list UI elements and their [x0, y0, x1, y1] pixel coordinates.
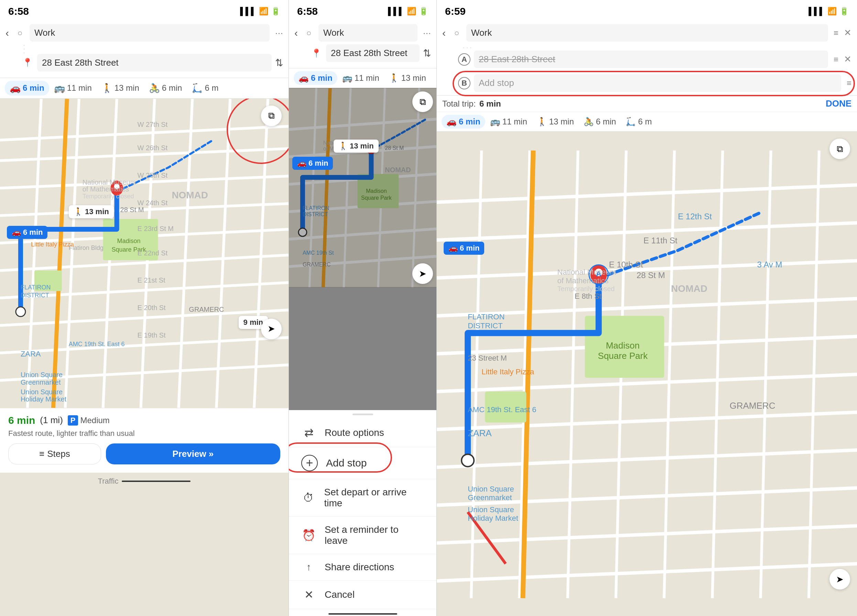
wifi-icon-mid: 📶 — [407, 7, 416, 16]
stop-b-label: B — [458, 77, 470, 90]
walk-icon-right: 🚶 — [537, 117, 547, 127]
destination-input-left[interactable]: 28 East 28th Street — [37, 54, 272, 71]
tab-walk-left[interactable]: 🚶 13 min — [97, 81, 144, 96]
swap-button-middle[interactable]: ⇅ — [423, 48, 431, 59]
swap-button-left[interactable]: ⇅ — [275, 57, 283, 68]
car-icon-badge-middle: 🚗 — [297, 159, 306, 168]
back-button-right[interactable]: ‹ — [442, 27, 446, 39]
svg-text:E 11th St: E 11th St — [644, 236, 678, 245]
map-svg-right: Madison Square Park A 28 St M NOMAD Nati… — [437, 132, 857, 616]
walk-icon-left: 🚶 — [101, 83, 113, 94]
tab-walk-middle[interactable]: 🚶 13 min — [384, 71, 431, 85]
walk-badge-middle: 🚶 13 min — [334, 140, 379, 153]
scooter-icon-right: 🛴 — [625, 117, 636, 127]
layers-button-middle[interactable]: ⧉ — [412, 91, 433, 112]
svg-text:E 21st St: E 21st St — [138, 276, 166, 284]
back-button-middle[interactable]: ‹ — [294, 27, 298, 39]
walk-icon-badge-left: 🚶 — [74, 207, 83, 216]
svg-text:Little Italy Pizza: Little Italy Pizza — [31, 241, 74, 248]
svg-text:Union Square: Union Square — [21, 388, 63, 395]
walk-time-badge-left: 🚶 13 min — [69, 205, 114, 218]
signal-icon: ▌▌▌ — [240, 7, 256, 16]
hamburger-icon-origin[interactable]: ≡ — [834, 28, 838, 38]
layers-button-right[interactable]: ⧉ — [829, 139, 850, 159]
map-left: Madison Square Park W 27th St W 26th St … — [0, 99, 289, 408]
route-distance-left: (1 mi) — [40, 415, 63, 426]
origin-input-middle[interactable]: Work — [319, 24, 418, 42]
status-bar-left: 6:58 ▌▌▌ 📶 🔋 — [0, 0, 289, 21]
transport-tabs-middle: 🚗 6 min 🚌 11 min 🚶 13 min 🚴 6 min 🛴 6 m — [289, 68, 436, 88]
drive-badge-right: 🚗 6 min — [444, 242, 484, 255]
svg-text:DISTRICT: DISTRICT — [21, 292, 49, 299]
svg-text:Madison: Madison — [117, 238, 141, 244]
svg-text:of Mathematics: of Mathematics — [557, 276, 609, 285]
svg-text:Greenmarket: Greenmarket — [21, 378, 61, 386]
clock-icon: ⏱ — [301, 492, 316, 504]
map-svg-left: Madison Square Park W 27th St W 26th St … — [0, 99, 289, 408]
svg-text:GRAMERC: GRAMERC — [729, 400, 775, 411]
route-time-left: 6 min — [8, 415, 35, 426]
alarm-icon: ⏰ — [301, 529, 316, 542]
walk-icon-middle: 🚶 — [389, 73, 399, 83]
hamburger-icon-b[interactable]: ≡ — [847, 79, 851, 88]
locate-button-right[interactable]: ➤ — [829, 569, 850, 590]
svg-text:ZARA: ZARA — [21, 349, 41, 358]
destination-icon-middle: 📍 — [310, 48, 323, 58]
reminder-item[interactable]: ⏰ Set a reminder to leave — [289, 517, 436, 554]
tab-transit-left[interactable]: 🚌 11 min — [49, 81, 97, 96]
back-button-left[interactable]: ‹ — [6, 27, 9, 39]
tab-scooter-right[interactable]: 🛴 6 m — [621, 115, 656, 128]
svg-text:Square Park: Square Park — [598, 350, 648, 361]
svg-text:E 20th St: E 20th St — [138, 304, 166, 312]
svg-text:Flatiron Bldg: Flatiron Bldg — [69, 244, 104, 251]
origin-input-left[interactable]: Work — [29, 24, 270, 42]
locate-button-middle[interactable]: ➤ — [412, 263, 433, 284]
bike-icon-left: 🚴 — [149, 83, 160, 94]
tab-bike-right[interactable]: 🚴 6 min — [579, 115, 621, 128]
svg-text:FLATIRON: FLATIRON — [468, 312, 504, 321]
destination-input-middle[interactable]: 28 East 28th Street — [326, 44, 419, 62]
route-info-left: 6 min (1 mi) P Medium — [8, 415, 280, 426]
vert-dots2-right: · · · — [463, 68, 851, 74]
svg-text:E 19th St: E 19th St — [138, 331, 166, 339]
svg-text:AMC 19th St. East 6: AMC 19th St. East 6 — [468, 405, 536, 414]
wifi-icon: 📶 — [259, 7, 268, 16]
depart-time-item[interactable]: ⏱ Set depart or arrive time — [289, 479, 436, 517]
stop-a-row-right: A 28 East 28th Street ≡ ✕ — [442, 51, 851, 68]
steps-button-left[interactable]: ≡ Steps — [8, 443, 101, 465]
tab-transit-middle[interactable]: 🚌 11 min — [337, 71, 384, 85]
svg-text:Holiday Market: Holiday Market — [468, 514, 518, 522]
more-options-left[interactable]: ··· — [275, 28, 283, 39]
origin-input-right[interactable]: Work — [466, 24, 828, 42]
stop-a-input-right[interactable]: 28 East 28th Street — [474, 51, 828, 68]
layers-button-left[interactable]: ⧉ — [261, 105, 282, 126]
svg-text:FLATIRON: FLATIRON — [21, 284, 51, 291]
tab-walk-right[interactable]: 🚶 13 min — [532, 115, 579, 128]
status-time-left: 6:58 — [8, 6, 29, 17]
status-icons-left: ▌▌▌ 📶 🔋 — [240, 7, 280, 16]
tab-drive-middle[interactable]: 🚗 6 min — [294, 71, 337, 85]
share-directions-item[interactable]: ↑ Share directions — [289, 554, 436, 580]
done-button-right[interactable]: DONE — [826, 98, 851, 109]
route-options-item[interactable]: ⇄ Route options — [289, 419, 436, 447]
battery-icon-mid: 🔋 — [419, 7, 428, 16]
status-icons-right: ▌▌▌ 📶 🔋 — [809, 7, 849, 16]
preview-button-left[interactable]: Preview » — [106, 443, 280, 465]
add-stop-input-right[interactable]: Add stop — [474, 74, 841, 92]
tab-bike-left[interactable]: 🚴 6 min — [144, 81, 187, 96]
more-options-middle[interactable]: ··· — [423, 28, 431, 39]
drive-time-badge-left: 🚗 6 min — [7, 226, 48, 239]
tab-bike-middle[interactable]: 🚴 6 min — [431, 71, 436, 85]
tab-scooter-left[interactable]: 🛴 6 m — [187, 81, 223, 96]
add-stop-item[interactable]: + Add stop — [289, 447, 436, 479]
tab-transit-right[interactable]: 🚌 11 min — [485, 115, 532, 128]
close-a-right[interactable]: ✕ — [844, 54, 851, 65]
svg-text:E 23rd St M: E 23rd St M — [138, 225, 174, 232]
cancel-item[interactable]: ✕ Cancel — [289, 580, 436, 609]
tab-drive-right[interactable]: 🚗 6 min — [442, 115, 485, 128]
close-origin-right[interactable]: ✕ — [844, 28, 851, 38]
locate-button-left[interactable]: ➤ — [261, 319, 282, 339]
svg-text:W 27th St: W 27th St — [138, 120, 168, 128]
hamburger-icon-a[interactable]: ≡ — [834, 55, 838, 64]
tab-drive-left[interactable]: 🚗 6 min — [5, 81, 49, 96]
